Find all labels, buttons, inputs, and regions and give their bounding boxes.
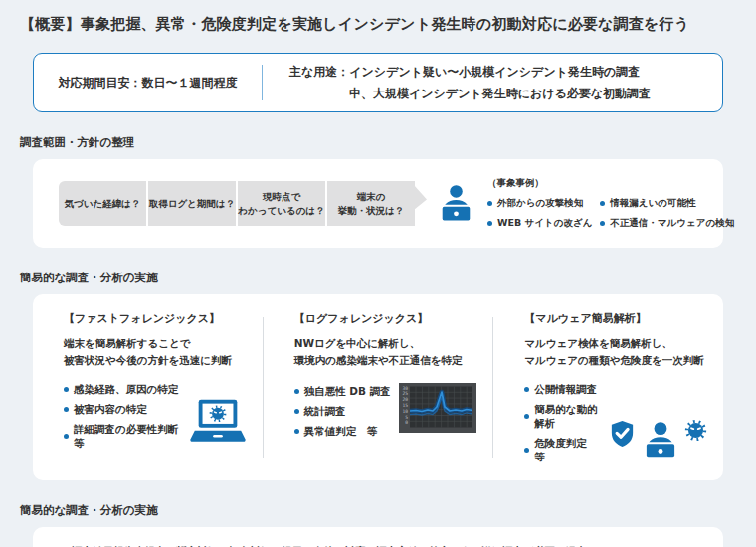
svg-text:25: 25 bbox=[403, 391, 409, 396]
step-logs-period: 取得ログと期間は？ bbox=[148, 181, 236, 226]
example-label: 外部からの攻撃検知 bbox=[497, 197, 583, 210]
column-icon-wrap: 302520151050 bbox=[399, 383, 476, 439]
bullet-dot-icon bbox=[294, 429, 299, 434]
main-usage-line2: 中、大規模インシデント発生時における必要な初動調査 bbox=[289, 83, 722, 104]
report-card: 調査結果報告書提出、暫定対処 / 恒久対処の提示、今後の対応 / 調査方針の策定… bbox=[33, 527, 723, 547]
list-item: 簡易的な動的解析 bbox=[524, 403, 603, 431]
column-bullets: 感染経路、原因の特定 被害内容の特定 詳細調査の必要性判断 等 bbox=[64, 383, 183, 451]
analysis-card: 【ファストフォレンジックス】 端末を簡易解析することで 被害状況や今後の方針を迅… bbox=[33, 294, 723, 480]
event-examples-grid: 外部からの攻撃検知 情報漏えいの可能性 WEB サイトの改ざん 不正通信・マルウ… bbox=[487, 197, 734, 230]
bullet-dot-icon bbox=[294, 389, 299, 394]
analyst-at-laptop-icon bbox=[639, 419, 682, 462]
svg-text:30: 30 bbox=[403, 385, 409, 390]
bullet-label: 統計調査 bbox=[304, 405, 346, 419]
list-item: 外部からの攻撃検知 bbox=[487, 197, 592, 210]
list-item: 情報漏えいの可能性 bbox=[600, 197, 734, 210]
example-label: 不正通信・マルウェアの検知 bbox=[610, 217, 734, 230]
bullet-label: 被害内容の特定 bbox=[74, 403, 147, 417]
bullet-dot-icon bbox=[294, 409, 299, 414]
column-body: 感染経路、原因の特定 被害内容の特定 詳細調査の必要性判断 等 bbox=[64, 383, 247, 451]
list-item: 詳細調査の必要性判断 等 bbox=[64, 423, 183, 451]
report-section-heading: 簡易的な調査・分析の実施 bbox=[20, 503, 756, 518]
bullet-dot-icon bbox=[600, 201, 605, 206]
main-usage-block: 主な用途：インシデント疑い〜小規模インシデント発生時の調査 中、大規模インシデン… bbox=[263, 61, 722, 104]
bullet-dot-icon bbox=[487, 221, 492, 226]
column-bullets: 独自悪性 DB 調査 統計調査 異常値判定 等 bbox=[294, 385, 391, 439]
column-icon-wrap bbox=[189, 399, 247, 451]
list-item: 被害内容の特定 bbox=[64, 403, 183, 417]
event-examples-heading: （事象事例） bbox=[487, 177, 734, 190]
bullet-label: 感染経路、原因の特定 bbox=[74, 383, 178, 397]
list-item: WEB サイトの改ざん bbox=[487, 217, 592, 230]
bullet-label: 詳細調査の必要性判断 等 bbox=[74, 423, 183, 451]
malware-virus-icon bbox=[684, 419, 707, 442]
list-item: 感染経路、原因の特定 bbox=[64, 383, 183, 397]
step-known-now: 現時点で わかっているのは？ bbox=[238, 181, 325, 226]
column-log-forensics: 【ログフォレンジックス】 NWログを中心に解析し、 環境内の感染端末や不正通信を… bbox=[264, 311, 493, 464]
question-steps: 気づいた経緯は？ 取得ログと期間は？ 現時点で わかっているのは？ 端末の 挙動… bbox=[59, 181, 415, 226]
speech-bubble-tail bbox=[414, 185, 427, 210]
column-bullets: 公開情報調査 簡易的な動的解析 危険度判定 等 bbox=[524, 383, 603, 464]
step-endpoint-status: 端末の 挙動・状況は？ bbox=[327, 181, 415, 226]
bullet-dot-icon bbox=[524, 387, 529, 392]
summary-box: 対応期間目安：数日〜１週間程度 主な用途：インシデント疑い〜小規模インシデント発… bbox=[33, 53, 723, 112]
bullet-dot-icon bbox=[524, 414, 529, 419]
scope-section-heading: 調査範囲・方針の整理 bbox=[20, 135, 756, 150]
analyst-at-laptop-icon bbox=[435, 182, 477, 225]
bullet-label: 危険度判定 等 bbox=[534, 437, 603, 464]
bullet-dot-icon bbox=[64, 407, 69, 412]
bullet-label: 独自悪性 DB 調査 bbox=[304, 385, 391, 399]
step-how-noticed: 気づいた経緯は？ bbox=[59, 181, 146, 226]
column-body: 独自悪性 DB 調査 統計調査 異常値判定 等 bbox=[294, 383, 477, 439]
column-description: マルウェア検体を簡易解析し、 マルウェアの種類や危険度を一次判断 bbox=[524, 335, 707, 370]
list-item: 公開情報調査 bbox=[524, 383, 603, 397]
bullet-dot-icon bbox=[64, 434, 69, 439]
column-title: 【マルウェア簡易解析】 bbox=[524, 311, 707, 326]
list-item: 危険度判定 等 bbox=[524, 437, 603, 464]
column-title: 【ログフォレンジックス】 bbox=[294, 311, 477, 326]
svg-text:15: 15 bbox=[403, 403, 409, 408]
shield-check-icon bbox=[609, 420, 636, 448]
svg-text:5: 5 bbox=[406, 414, 409, 419]
example-label: WEB サイトの改ざん bbox=[497, 217, 592, 230]
scope-card: 気づいた経緯は？ 取得ログと期間は？ 現時点で わかっているのは？ 端末の 挙動… bbox=[33, 159, 723, 248]
svg-text:10: 10 bbox=[403, 408, 409, 413]
list-item: 独自悪性 DB 調査 bbox=[294, 385, 391, 399]
column-malware-analysis: 【マルウェア簡易解析】 マルウェア検体を簡易解析し、 マルウェアの種類や危険度を… bbox=[493, 311, 723, 464]
shield-person-malware-icon bbox=[609, 419, 707, 462]
response-period-label: 対応期間目安：数日〜１週間程度 bbox=[34, 75, 262, 91]
column-body: 公開情報調査 簡易的な動的解析 危険度判定 等 bbox=[524, 383, 707, 464]
analysis-section-heading: 簡易的な調査・分析の実施 bbox=[20, 271, 756, 285]
main-usage-line1: 主な用途：インシデント疑い〜小規模インシデント発生時の調査 bbox=[289, 61, 722, 83]
list-item: 異常値判定 等 bbox=[294, 425, 391, 439]
bullet-dot-icon bbox=[487, 201, 492, 206]
column-title: 【ファストフォレンジックス】 bbox=[64, 311, 247, 326]
bullet-label: 簡易的な動的解析 bbox=[534, 403, 603, 431]
example-label: 情報漏えいの可能性 bbox=[610, 197, 695, 210]
column-description: 端末を簡易解析することで 被害状況や今後の方針を迅速に判断 bbox=[64, 335, 247, 370]
bullet-dot-icon bbox=[524, 448, 529, 453]
column-description: NWログを中心に解析し、 環境内の感染端末や不正通信を特定 bbox=[294, 335, 477, 370]
bullet-dot-icon bbox=[600, 221, 605, 226]
bullet-label: 公開情報調査 bbox=[534, 383, 597, 397]
page-title: 【概要】事象把握、異常・危険度判定を実施しインシデント発生時の初動対応に必要な調… bbox=[20, 15, 736, 34]
bullet-label: 異常値判定 等 bbox=[304, 425, 378, 439]
list-item: 不正通信・マルウェアの検知 bbox=[600, 217, 734, 230]
column-fast-forensics: 【ファストフォレンジックス】 端末を簡易解析することで 被害状況や今後の方針を迅… bbox=[33, 311, 263, 464]
svg-text:0: 0 bbox=[406, 420, 409, 425]
event-examples: （事象事例） 外部からの攻撃検知 情報漏えいの可能性 WEB サイトの改ざん 不… bbox=[487, 177, 734, 230]
bullet-dot-icon bbox=[64, 387, 69, 392]
log-chart-icon: 302520151050 bbox=[399, 383, 476, 433]
infographic-page: 【概要】事象把握、異常・危険度判定を実施しインシデント発生時の初動対応に必要な調… bbox=[0, 0, 756, 547]
laptop-malware-icon bbox=[189, 399, 247, 445]
list-item: 統計調査 bbox=[294, 405, 391, 419]
svg-text:20: 20 bbox=[403, 397, 409, 402]
